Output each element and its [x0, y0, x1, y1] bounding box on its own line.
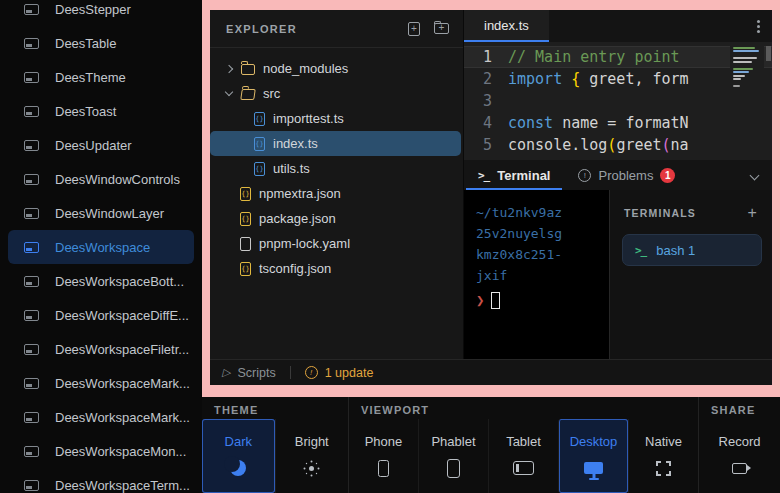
- file-icon: [240, 237, 251, 251]
- theme-dark-button[interactable]: Dark: [202, 419, 275, 493]
- chevron-down-icon[interactable]: [750, 170, 760, 180]
- update-button[interactable]: 1 update: [305, 366, 374, 380]
- tablet-icon: [513, 461, 534, 475]
- toolbar-buttons: DarkBright: [202, 419, 348, 493]
- viewport-phablet-button[interactable]: Phablet: [418, 419, 488, 493]
- tree-item-importtest-ts[interactable]: importtest.ts: [210, 106, 463, 131]
- button-icon-holder: [584, 458, 603, 478]
- tree-item-npmextra-json[interactable]: npmextra.json: [210, 181, 463, 206]
- workspace-main: EXPLORER node_modulessrcimporttest.tsind…: [210, 10, 772, 359]
- viewport-tablet-button[interactable]: Tablet: [488, 419, 558, 493]
- sidebar-item-deestheme[interactable]: DeesTheme: [8, 60, 194, 94]
- tree-item-package-json[interactable]: package.json: [210, 206, 463, 231]
- tree-item-index-ts[interactable]: index.ts: [210, 131, 461, 156]
- component-icon: [24, 412, 39, 423]
- viewport-native-button[interactable]: Native: [628, 419, 698, 493]
- button-label: Phone: [365, 434, 403, 449]
- line-number: 1: [464, 46, 508, 68]
- code-editor[interactable]: 1// Main entry point2import { greet, for…: [464, 42, 772, 160]
- sidebar-item-deeswindowlayer[interactable]: DeesWindowLayer: [8, 196, 194, 230]
- tree-item-label: tsconfig.json: [259, 261, 331, 276]
- tree-item-label: src: [263, 86, 280, 101]
- problems-tab-label: Problems: [598, 168, 653, 183]
- editor-tab-index-ts[interactable]: index.ts: [464, 10, 549, 42]
- sidebar-item-deesworkspacemark[interactable]: DeesWorkspaceMark...: [8, 400, 194, 434]
- update-warning-icon: [305, 366, 318, 379]
- play-icon: [222, 366, 230, 379]
- sidebar-item-label: DeesUpdater: [55, 138, 132, 153]
- tab-terminal[interactable]: >_ Terminal: [464, 160, 564, 190]
- tree-item-node-modules[interactable]: node_modules: [210, 56, 463, 81]
- share-record-button[interactable]: Record: [699, 419, 780, 493]
- sidebar-item-deesworkspacefiletr[interactable]: DeesWorkspaceFiletr...: [8, 332, 194, 366]
- tree-item-label: importtest.ts: [273, 111, 344, 126]
- viewport-desktop-button[interactable]: Desktop: [558, 419, 628, 493]
- new-folder-icon[interactable]: [434, 23, 449, 34]
- add-terminal-button[interactable]: +: [747, 204, 758, 222]
- button-icon-holder: [656, 458, 671, 478]
- sidebar-item-deesworkspacemark[interactable]: DeesWorkspaceMark...: [8, 366, 194, 400]
- terminal-session-label: bash 1: [656, 243, 695, 258]
- line-number: 2: [464, 68, 508, 90]
- sidebar-item-deesworkspacebott[interactable]: DeesWorkspaceBott...: [8, 264, 194, 298]
- sidebar-item-deesworkspacemon[interactable]: DeesWorkspaceMon...: [8, 434, 194, 468]
- panel-body: ~/tu2nkv9az25v2nuyelsgkmz0x8c251-jxif ❯ …: [464, 190, 772, 359]
- sidebar-item-deesupdater[interactable]: DeesUpdater: [8, 128, 194, 162]
- toolbar-section-title: SHARE: [699, 397, 780, 419]
- tree-item-label: npmextra.json: [259, 186, 341, 201]
- tree-item-label: index.ts: [273, 136, 318, 151]
- tree-item-src[interactable]: src: [210, 81, 463, 106]
- terminal-line: kmz0x8c251-: [476, 244, 609, 265]
- sidebar-item-deesstepper[interactable]: DeesStepper: [8, 0, 194, 26]
- scripts-button[interactable]: Scripts: [222, 366, 276, 380]
- terminal-icon: >_: [478, 169, 489, 182]
- sidebar-item-label: DeesStepper: [55, 2, 131, 17]
- line-number: 5: [464, 134, 508, 156]
- tab-problems[interactable]: Problems 1: [564, 160, 689, 190]
- component-icon: [24, 310, 39, 321]
- tree-item-label: package.json: [259, 211, 336, 226]
- terminal-tab-label: Terminal: [497, 168, 550, 183]
- toolbar-buttons: Record: [699, 419, 780, 493]
- toolbar-buttons: PhonePhabletTabletDesktopNative: [349, 419, 698, 493]
- component-sidebar: DeesStepperDeesTableDeesThemeDeesToastDe…: [0, 0, 202, 493]
- sidebar-item-deeswindowcontrols[interactable]: DeesWindowControls: [8, 162, 194, 196]
- sidebar-item-label: DeesWorkspaceMark...: [55, 376, 190, 391]
- viewport-phone-button[interactable]: Phone: [349, 419, 418, 493]
- kebab-menu-icon[interactable]: [757, 25, 760, 28]
- terminal-line: 25v2nuyelsg: [476, 223, 609, 244]
- minimap[interactable]: [730, 45, 764, 160]
- sidebar-item-deestable[interactable]: DeesTable: [8, 26, 194, 60]
- terminal-output[interactable]: ~/tu2nkv9az25v2nuyelsgkmz0x8c251-jxif ❯: [464, 190, 609, 359]
- sidebar-item-label: DeesTable: [55, 36, 116, 51]
- sidebar-item-deesworkspacediffe[interactable]: DeesWorkspaceDiffE...: [8, 298, 194, 332]
- scripts-label: Scripts: [237, 366, 275, 380]
- terminal-prompt-line: ❯: [476, 288, 609, 312]
- button-label: Native: [645, 434, 682, 449]
- file-tree: node_modulessrcimporttest.tsindex.tsutil…: [210, 48, 463, 281]
- sidebar-item-label: DeesWorkspaceDiffE...: [55, 308, 189, 323]
- tree-item-pnpm-lock-yaml[interactable]: pnpm-lock.yaml: [210, 231, 463, 256]
- line-number: 3: [464, 90, 508, 112]
- toolbar-section-title: VIEWPORT: [349, 397, 698, 419]
- sidebar-item-label: DeesTheme: [55, 70, 126, 85]
- terminal-session-bash-1[interactable]: >_bash 1: [622, 234, 762, 266]
- terminals-list: >_bash 1: [622, 234, 762, 266]
- tree-item-tsconfig-json[interactable]: tsconfig.json: [210, 256, 463, 281]
- sidebar-item-label: DeesWorkspaceTerm...: [55, 478, 190, 493]
- scrollbar-thumb[interactable]: [766, 46, 771, 61]
- tree-item-utils-ts[interactable]: utils.ts: [210, 156, 463, 181]
- new-file-icon[interactable]: [408, 22, 420, 36]
- sidebar-item-deesworkspace[interactable]: DeesWorkspace: [8, 230, 194, 264]
- preview-frame: EXPLORER node_modulessrcimporttest.tsind…: [202, 0, 780, 397]
- folder-icon: [241, 64, 255, 75]
- moon-icon: [230, 460, 246, 476]
- sidebar-item-deesworkspaceterm[interactable]: DeesWorkspaceTerm...: [8, 468, 194, 493]
- sidebar-item-label: DeesWorkspaceMon...: [55, 444, 186, 459]
- explorer-panel: EXPLORER node_modulessrcimporttest.tsind…: [210, 10, 464, 359]
- terminal-cursor: [491, 292, 500, 309]
- theme-bright-button[interactable]: Bright: [275, 419, 349, 493]
- panel-tab-bar: >_ Terminal Problems 1: [464, 160, 772, 190]
- dees-workspace-preview: EXPLORER node_modulessrcimporttest.tsind…: [210, 10, 772, 385]
- sidebar-item-deestoast[interactable]: DeesToast: [8, 94, 194, 128]
